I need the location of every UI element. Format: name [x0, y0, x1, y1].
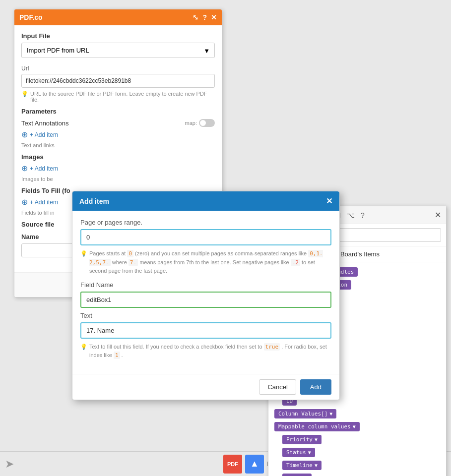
input-file-label: Input File [21, 32, 215, 40]
text-field-input[interactable] [80, 322, 331, 339]
plus-icon: ⊕ [21, 130, 28, 139]
flow-icon[interactable]: ⌥ [347, 211, 355, 219]
plus-icon-2: ⊕ [21, 164, 28, 173]
dialog-close-icon[interactable]: ✕ [326, 196, 332, 206]
field-name-label: Field Name [80, 281, 331, 289]
toggle-map: map: [185, 119, 215, 127]
url-label: Url [21, 65, 215, 72]
pdf-tool-icon[interactable]: PDF [223, 455, 242, 474]
images-hint: Images to be [21, 176, 215, 182]
parameters-label: Parameters [21, 108, 215, 115]
hint-icon: 💡 [21, 91, 28, 103]
page-range-input[interactable] [80, 229, 331, 245]
dialog-title: Add item [79, 197, 109, 205]
list-item: Mappable column values▼ [273, 421, 441, 432]
var-badge[interactable]: Mappable column values▼ [274, 422, 360, 431]
var-badge[interactable]: Priority▼ [282, 435, 322, 444]
drive-tool-icon[interactable]: ▲ [245, 455, 264, 474]
plus-icon-3: ⊕ [21, 197, 28, 207]
images-label: Images [21, 153, 215, 161]
help-icon[interactable]: ? [202, 13, 207, 21]
dialog-footer: Cancel Add [72, 374, 339, 400]
left-arrow-icon[interactable]: ➤ [5, 458, 14, 471]
text-add-item-btn[interactable]: ⊕ + Add item [21, 130, 215, 139]
question-icon[interactable]: ? [361, 211, 365, 219]
page-range-hint: 💡 Pages starts at 0 (zero) and you can s… [80, 249, 331, 275]
images-section: Images ⊕ + Add item Images to be [21, 153, 215, 182]
dialog-add-button[interactable]: Add [300, 379, 331, 395]
dialog-body: Page or pages range. 💡 Pages starts at 0… [72, 211, 339, 374]
var-badge[interactable]: Owner▼ [282, 474, 312, 476]
map-toggle[interactable] [199, 119, 215, 127]
text-annotations-row: Text Annotations map: [21, 119, 215, 127]
vars-close-icon[interactable]: ✕ [435, 210, 441, 220]
text-hint: Text and links [21, 142, 215, 148]
images-add-item-btn[interactable]: ⊕ + Add item [21, 164, 215, 173]
text-field-label: Text [80, 312, 331, 319]
pdf-panel-header: PDF.co ⤡ ? ✕ [14, 9, 222, 25]
hint-bulb-icon: 💡 [80, 249, 87, 258]
text-annotations-label: Text Annotations [21, 119, 68, 127]
field-name-input[interactable] [80, 292, 331, 308]
import-select[interactable]: Import PDF from URL Upload File Use File… [21, 43, 215, 58]
list-item: Owner▼ [281, 473, 441, 476]
var-badge[interactable]: Column Values[]▼ [274, 409, 336, 418]
list-item: Timeline▼ [281, 460, 441, 471]
pdf-panel-header-icons: ⤡ ? ✕ [193, 13, 217, 21]
list-item: Priority▼ [281, 434, 441, 445]
hint-bulb-icon-2: 💡 [80, 343, 87, 351]
pdf-panel-title: PDF.co [19, 13, 43, 21]
dialog-cancel-button[interactable]: Cancel [259, 379, 296, 395]
add-item-dialog: Add item ✕ Page or pages range. 💡 Pages … [72, 191, 340, 400]
resize-icon[interactable]: ⤡ [193, 13, 198, 21]
list-item: Status▼ [281, 447, 441, 458]
text-field-hint: 💡 Text to fill out this field. If you ne… [80, 343, 331, 360]
var-badge[interactable]: Status▼ [282, 448, 315, 457]
var-badge[interactable]: Timeline▼ [282, 461, 322, 470]
url-hint: 💡 URL to the source PDF file or PDF form… [21, 91, 215, 103]
list-item: Column Values[]▼ [273, 408, 441, 419]
import-select-wrapper: Import PDF from URL Upload File Use File… [21, 43, 215, 58]
page-range-label: Page or pages range. [80, 219, 331, 226]
url-input[interactable] [21, 74, 215, 88]
dialog-header: Add item ✕ [72, 191, 339, 211]
close-icon[interactable]: ✕ [211, 13, 217, 21]
